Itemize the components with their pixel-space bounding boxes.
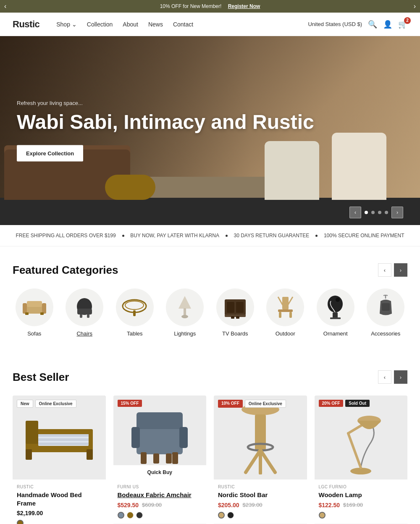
swatch-2-2[interactable] [127, 512, 134, 519]
swatch-3-2[interactable] [227, 512, 234, 519]
category-tv-boards-circle [216, 288, 254, 326]
hero-section: Refresh your living space... Wabi Sabi, … [0, 36, 420, 225]
product-name-4: Wooden Lamp [319, 491, 404, 499]
svg-rect-20 [236, 316, 239, 319]
hero-prev-button[interactable]: ‹ [349, 207, 361, 218]
hero-dot-2[interactable] [371, 211, 375, 214]
best-seller-header: Best Seller ‹ › [13, 370, 407, 384]
swatch-2-3[interactable] [136, 512, 143, 519]
product-price-current-3: $205.00 [218, 502, 239, 508]
badge-sale-4: 20% OFF [319, 400, 344, 407]
product-image-3: 10% OFF Online Exclusive [214, 396, 307, 479]
hero-next-button[interactable]: › [391, 207, 403, 218]
product-price-current-4: $122.50 [319, 502, 340, 508]
announcement-bar: ‹ 10% OFF for New Member! Register Now › [0, 0, 420, 13]
categories-next-arrow[interactable]: › [394, 263, 407, 277]
categories-prev-arrow[interactable]: ‹ [378, 263, 391, 277]
category-sofas[interactable]: Sofas [13, 288, 56, 337]
category-sofas-circle [16, 288, 53, 326]
outdoor-icon [274, 295, 297, 320]
product-price-original-4: $169.00 [343, 502, 363, 508]
svg-rect-9 [77, 309, 92, 314]
svg-rect-37 [38, 443, 89, 445]
quick-buy-button-2[interactable]: Quick Buy [113, 465, 207, 479]
product-swatches-3 [218, 512, 303, 519]
best-seller-prev-arrow[interactable]: ‹ [378, 370, 391, 384]
product-price-current-2: $529.50 [118, 502, 139, 508]
svg-rect-43 [179, 427, 188, 448]
category-outdoor[interactable]: Outdoor [264, 288, 307, 337]
nav-contact[interactable]: Contact [169, 18, 197, 30]
country-selector[interactable]: United States (USD $) [308, 21, 362, 27]
svg-rect-45 [153, 453, 159, 464]
category-accessories[interactable]: Accessories [364, 288, 408, 337]
category-ornament[interactable]: Ornament [314, 288, 357, 337]
nav-shop[interactable]: Shop ⌄ [52, 18, 81, 30]
svg-line-53 [260, 450, 275, 472]
svg-line-55 [348, 433, 361, 468]
product-prices-3: $205.00 $239.00 [218, 502, 303, 508]
search-button[interactable]: 🔍 [368, 20, 377, 29]
hero-dot-3[interactable] [378, 211, 381, 214]
badge-soldout-4: Sold Out [345, 400, 370, 407]
perks-bar: FREE SHIPPING ALL ORDERS OVER $199 BUY N… [0, 225, 420, 246]
svg-rect-40 [136, 425, 183, 454]
product-brand-4: LGC FURNIO [319, 485, 404, 489]
categories-grid: Sofas Chairs Tables [13, 288, 407, 337]
svg-rect-24 [278, 309, 293, 312]
product-name-2[interactable]: Bodeaux Fabric Amchair [118, 491, 202, 499]
svg-rect-47 [172, 452, 178, 464]
svg-rect-25 [279, 312, 281, 318]
product-prices-4: $122.50 $169.00 [319, 502, 404, 508]
nav-collection[interactable]: Collection [83, 18, 117, 30]
chairs-icon [73, 296, 96, 319]
product-card-2: 15% OFF Quick Buy FURNI US Bodeaux Fabri… [113, 396, 207, 524]
category-chairs-circle [66, 288, 103, 326]
best-seller-next-arrow[interactable]: › [394, 370, 407, 384]
hero-dot-1[interactable] [365, 211, 368, 214]
svg-line-51 [246, 450, 260, 472]
announcement-next-button[interactable]: › [414, 3, 416, 10]
svg-rect-26 [289, 312, 292, 318]
hero-cta-button[interactable]: Explore Collection [17, 145, 83, 161]
product-image-4: 20% OFF Sold Out [315, 396, 408, 479]
product-badges-3: 10% OFF Online Exclusive [218, 400, 286, 408]
hero-dot-4[interactable] [385, 211, 388, 214]
category-lightings[interactable]: Lightings [163, 288, 207, 337]
perk-4: 100% SECURE ONLINE PAYMENT [324, 233, 404, 238]
svg-rect-17 [236, 302, 244, 313]
category-tv-boards[interactable]: TV Boards [213, 288, 257, 337]
swatch-2-1[interactable] [118, 512, 124, 519]
site-logo[interactable]: Rustic [13, 19, 39, 30]
swatch-4-1[interactable] [319, 512, 326, 519]
swatch-3-1[interactable] [218, 512, 225, 519]
category-chairs[interactable]: Chairs [63, 288, 107, 337]
best-seller-section: Best Seller ‹ › New Online Exclusive [0, 354, 420, 524]
svg-rect-12 [133, 310, 136, 316]
cart-button[interactable]: 🛒 2 [398, 20, 407, 29]
svg-rect-21 [282, 297, 289, 309]
nav-news[interactable]: News [144, 18, 167, 30]
category-tables[interactable]: Tables [113, 288, 157, 337]
cart-badge: 2 [404, 17, 411, 24]
category-outdoor-circle [266, 288, 304, 326]
announcement-prev-button[interactable]: ‹ [4, 3, 6, 10]
perk-2: BUY NOW, PAY LATER WITH KLARNA [130, 233, 219, 238]
hero-subtitle: Refresh your living space... [17, 100, 314, 106]
svg-rect-2 [42, 303, 46, 314]
best-seller-title: Best Seller [13, 371, 69, 384]
svg-rect-41 [136, 412, 183, 429]
announcement-link[interactable]: Register Now [228, 3, 260, 9]
product-brand-3: RUSTIC [218, 485, 303, 489]
nav-about[interactable]: About [118, 18, 142, 30]
category-ornament-label: Ornament [323, 330, 348, 337]
svg-rect-18 [225, 314, 246, 317]
product-brand-2: FURNI US [118, 485, 202, 489]
swatch-1-1[interactable] [17, 520, 24, 524]
sofas-icon [22, 299, 47, 316]
perk-3: 30 DAYS RETURN GUARANTEE [234, 233, 310, 238]
category-lightings-label: Lightings [174, 330, 196, 337]
category-ornament-circle [317, 288, 354, 326]
account-button[interactable]: 👤 [383, 20, 392, 29]
badge-sale-3: 10% OFF [218, 400, 243, 408]
